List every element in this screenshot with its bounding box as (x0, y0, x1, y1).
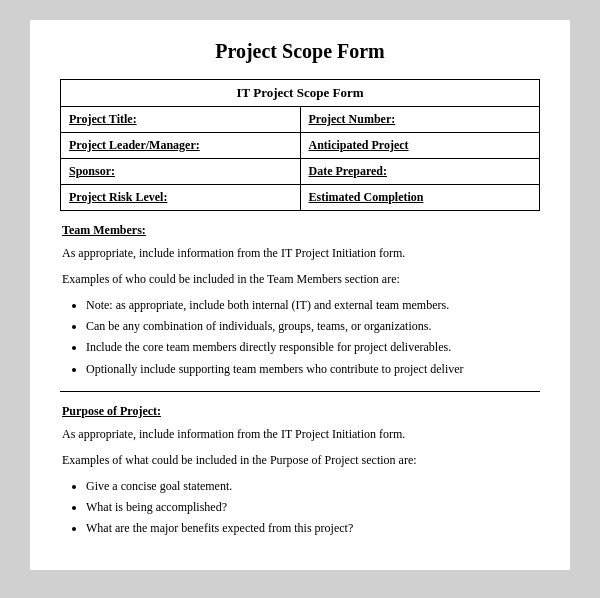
team-examples-intro: Examples of who could be included in the… (62, 270, 538, 288)
page-title: Project Scope Form (60, 40, 540, 63)
list-item: Give a concise goal statement. (86, 477, 538, 496)
list-item: What are the major benefits expected fro… (86, 519, 538, 538)
form-row-3: Sponsor: Date Prepared: (61, 159, 539, 185)
project-risk-cell: Project Risk Level: (61, 185, 301, 210)
team-bullets-list: Note: as appropriate, include both inter… (86, 296, 538, 379)
page: Project Scope Form IT Project Scope Form… (30, 20, 570, 570)
project-leader-label: Project Leader/Manager: (69, 138, 200, 152)
purpose-bullets-list: Give a concise goal statement. What is b… (86, 477, 538, 539)
project-leader-cell: Project Leader/Manager: (61, 133, 301, 158)
list-item: Note: as appropriate, include both inter… (86, 296, 538, 315)
list-item: What is being accomplished? (86, 498, 538, 517)
sponsor-label: Sponsor: (69, 164, 115, 178)
project-title-cell: Project Title: (61, 107, 301, 132)
form-row-1: Project Title: Project Number: (61, 107, 539, 133)
project-risk-label: Project Risk Level: (69, 190, 167, 204)
date-prepared-cell: Date Prepared: (301, 159, 540, 184)
form-container: IT Project Scope Form Project Title: Pro… (60, 79, 540, 211)
list-item: Can be any combination of individuals, g… (86, 317, 538, 336)
sponsor-cell: Sponsor: (61, 159, 301, 184)
anticipated-project-label: Anticipated Project (309, 138, 409, 152)
form-row-4: Project Risk Level: Estimated Completion (61, 185, 539, 210)
purpose-section: Purpose of Project: As appropriate, incl… (60, 404, 540, 539)
date-prepared-label: Date Prepared: (309, 164, 388, 178)
purpose-section-intro: As appropriate, include information from… (62, 425, 538, 443)
project-number-label: Project Number: (309, 112, 396, 126)
anticipated-project-cell: Anticipated Project (301, 133, 540, 158)
form-row-2: Project Leader/Manager: Anticipated Proj… (61, 133, 539, 159)
project-number-cell: Project Number: (301, 107, 540, 132)
team-section-title: Team Members: (62, 223, 538, 238)
estimated-completion-cell: Estimated Completion (301, 185, 540, 210)
form-header: IT Project Scope Form (61, 80, 539, 107)
project-title-label: Project Title: (69, 112, 137, 126)
estimated-completion-label: Estimated Completion (309, 190, 424, 204)
list-item: Optionally include supporting team membe… (86, 360, 538, 379)
purpose-section-title: Purpose of Project: (62, 404, 538, 419)
team-section-intro: As appropriate, include information from… (62, 244, 538, 262)
purpose-examples-intro: Examples of what could be included in th… (62, 451, 538, 469)
list-item: Include the core team members directly r… (86, 338, 538, 357)
team-section: Team Members: As appropriate, include in… (60, 223, 540, 379)
section-divider (60, 391, 540, 392)
